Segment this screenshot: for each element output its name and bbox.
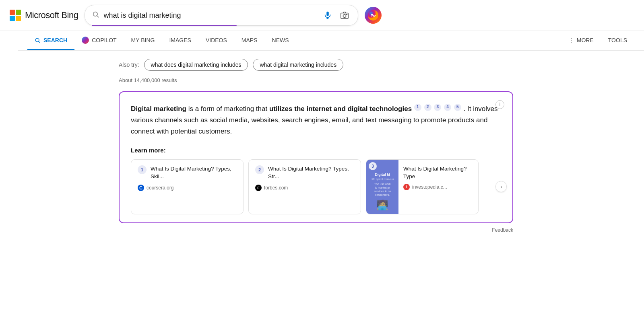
source-3-title: What Is Digital Marketing? Type — [403, 165, 473, 181]
source-3-domain-text: investopedia.c... — [412, 184, 447, 190]
ai-answer-box: i Digital marketing is a form of marketi… — [119, 91, 513, 223]
nav-item-tools[interactable]: TOOLS — [601, 31, 634, 50]
source-1-number-row: 1 What Is Digital Marketing? Types, Skil… — [138, 165, 237, 181]
source-1-title: What Is Digital Marketing? Types, Skil..… — [151, 165, 237, 181]
bing-wordmark: Microsoft Bing — [25, 10, 78, 21]
search-bar-icon — [92, 11, 99, 20]
also-try-chip-2[interactable]: what digital marketing includes — [253, 59, 343, 71]
source-3-text: What Is Digital Marketing? Type i invest… — [398, 160, 478, 214]
nav-item-videos[interactable]: VIDEOS — [198, 31, 234, 50]
ai-bold-digital-marketing: Digital marketing — [131, 105, 186, 113]
mic-icon — [323, 11, 332, 20]
citation-1[interactable]: 1 — [414, 104, 421, 111]
copilot-logo-icon — [368, 10, 378, 21]
more-dots-icon: ⋮ — [568, 37, 574, 43]
nav-item-images[interactable]: IMAGES — [162, 31, 198, 50]
citation-2[interactable]: 2 — [424, 104, 431, 111]
search-input[interactable]: what is digital marketing — [103, 11, 318, 20]
source-2-domain: F forbes.com — [255, 185, 354, 191]
search-bar-actions — [322, 9, 351, 21]
nav-item-mybeing[interactable]: MY BING — [124, 31, 162, 50]
nav-more-label: MORE — [577, 37, 594, 43]
nav-item-maps[interactable]: MAPS — [234, 31, 265, 50]
coursera-domain-icon: C — [138, 185, 144, 191]
search-bar[interactable]: what is digital marketing — [85, 5, 358, 26]
nav-item-news[interactable]: NEWS — [265, 31, 296, 50]
svg-line-10 — [39, 41, 40, 43]
also-try-label: Also try: — [119, 62, 139, 68]
info-icon-button[interactable]: i — [495, 100, 504, 109]
source-1-domain-text: coursera.org — [147, 185, 173, 191]
search-bar-wrapper: what is digital marketing — [85, 5, 358, 26]
source-2-number-row: 2 What Is Digital Marketing? Types, Str.… — [255, 165, 354, 181]
svg-rect-7 — [347, 14, 347, 15]
source-card-2[interactable]: 2 What Is Digital Marketing? Types, Str.… — [248, 159, 361, 214]
nav-item-more[interactable]: ⋮ MORE — [561, 31, 601, 50]
source-1-domain: C coursera.org — [138, 185, 237, 191]
nav-copilot-label: COPILOT — [92, 37, 116, 43]
source-3-domain: i investopedia.c... — [403, 184, 473, 190]
feedback-link[interactable]: Feedback — [119, 227, 513, 233]
mic-button[interactable] — [322, 9, 334, 21]
camera-button[interactable] — [339, 9, 351, 21]
source-2-domain-text: forbes.com — [264, 185, 288, 191]
source-2-title: What Is Digital Marketing? Types, Str... — [268, 165, 354, 181]
svg-line-1 — [97, 16, 99, 17]
ai-answer-text: Digital marketing is a form of marketing… — [131, 103, 501, 137]
citation-5[interactable]: 5 — [454, 104, 461, 111]
forbes-domain-icon: F — [255, 185, 262, 191]
copilot-header-button[interactable] — [365, 7, 382, 24]
citation-3[interactable]: 3 — [434, 104, 441, 111]
nav-maps-label: MAPS — [242, 37, 258, 43]
also-try-chip-1[interactable]: what does digital marketing includes — [144, 59, 248, 71]
thumbnail-body: The use of dito market prservices in coc… — [371, 182, 394, 197]
source-card-1-inner: 1 What Is Digital Marketing? Types, Skil… — [138, 165, 237, 191]
thumbnail-illustration: 🧑‍💻 — [371, 199, 394, 211]
ai-bold-utilizes: utilizes the internet and digital techno… — [269, 105, 412, 113]
camera-icon — [340, 11, 349, 20]
search-nav-icon — [35, 37, 41, 43]
thumbnail-text-block: Digital M Life sprint mak-eur The use of… — [371, 173, 394, 210]
source-card-1[interactable]: 1 What Is Digital Marketing? Types, Skil… — [131, 159, 244, 214]
source-card-3-inner: 3 Digital M Life sprint mak-eur The use … — [366, 160, 478, 214]
source-thumbnail: 3 Digital M Life sprint mak-eur The use … — [366, 160, 398, 214]
nav-tools-label: TOOLS — [608, 37, 627, 43]
nav-item-search[interactable]: SEARCH — [27, 31, 74, 50]
thumbnail-subtitle: Life sprint mak-eur — [371, 178, 394, 181]
bing-squares-icon — [10, 10, 21, 21]
nav-item-copilot[interactable]: COPILOT — [74, 31, 124, 51]
header: Microsoft Bing what is digital marketing — [0, 0, 644, 31]
source-1-num: 1 — [138, 165, 147, 174]
source-card-2-inner: 2 What Is Digital Marketing? Types, Str.… — [255, 165, 354, 191]
bing-logo[interactable]: Microsoft Bing — [10, 10, 78, 21]
ai-text-part1: is a form of marketing that — [188, 105, 269, 113]
svg-rect-2 — [327, 12, 329, 16]
nav-images-label: IMAGES — [169, 37, 191, 43]
svg-point-6 — [343, 14, 346, 17]
nav-news-label: NEWS — [272, 37, 289, 43]
thumbnail-num: 3 — [369, 162, 377, 170]
results-count: About 14,400,000 results — [119, 77, 554, 83]
nav-videos-label: VIDEOS — [206, 37, 227, 43]
ai-citations: 1 2 3 4 5 — [414, 105, 464, 113]
nav-search-label: SEARCH — [43, 37, 67, 43]
citation-4[interactable]: 4 — [444, 104, 451, 111]
source-2-num: 2 — [255, 165, 264, 174]
learn-more-label: Learn more: — [131, 147, 501, 154]
nav-bar: SEARCH COPILOT MY BING IMAGES VIDEOS MAP… — [18, 31, 644, 51]
copilot-nav-icon — [82, 37, 89, 44]
thumbnail-title: Digital M — [371, 173, 394, 177]
also-try-section: Also try: what does digital marketing in… — [119, 59, 554, 71]
nav-mybing-label: MY BING — [131, 37, 155, 43]
source-card-3[interactable]: 3 Digital M Life sprint mak-eur The use … — [366, 159, 479, 214]
investopedia-domain-icon: i — [403, 184, 410, 190]
next-source-button[interactable]: › — [495, 181, 507, 192]
main-content: Also try: what does digital marketing in… — [0, 51, 564, 241]
source-cards: 1 What Is Digital Marketing? Types, Skil… — [131, 159, 501, 214]
